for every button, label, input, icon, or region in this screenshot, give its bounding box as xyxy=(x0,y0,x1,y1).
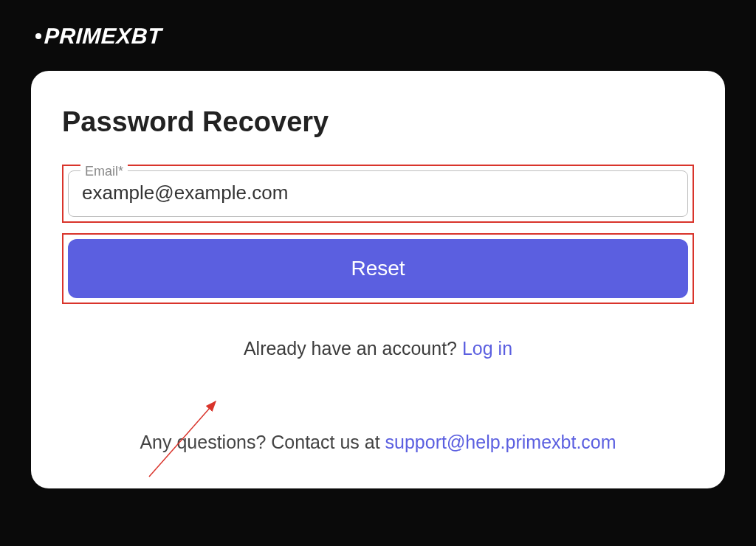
contact-prompt: Any questions? Contact us at xyxy=(140,432,385,452)
page-title: Password Recovery xyxy=(62,106,694,138)
login-row: Already have an account? Log in xyxy=(62,338,694,359)
email-fieldset: Email* xyxy=(68,170,688,217)
password-recovery-card: Password Recovery Email* Reset Already h… xyxy=(31,71,725,488)
logo-prime: PRIME xyxy=(44,24,117,48)
logo-text: PRIMEXBT xyxy=(44,24,162,49)
header: PRIMEXBT xyxy=(0,0,756,63)
email-label: Email* xyxy=(80,164,128,179)
email-input[interactable] xyxy=(82,182,674,204)
reset-button[interactable]: Reset xyxy=(68,239,688,298)
logo-xbt: XBT xyxy=(116,24,162,48)
login-prompt: Already have an account? xyxy=(244,338,462,359)
brand-logo: PRIMEXBT xyxy=(35,24,721,49)
email-highlight-box: Email* xyxy=(62,165,694,223)
reset-highlight-box: Reset xyxy=(62,233,694,304)
contact-email-link[interactable]: support@help.primexbt.com xyxy=(385,432,616,452)
logo-dot-icon xyxy=(35,33,41,39)
login-link[interactable]: Log in xyxy=(462,338,512,359)
contact-row: Any questions? Contact us at support@hel… xyxy=(62,432,694,453)
